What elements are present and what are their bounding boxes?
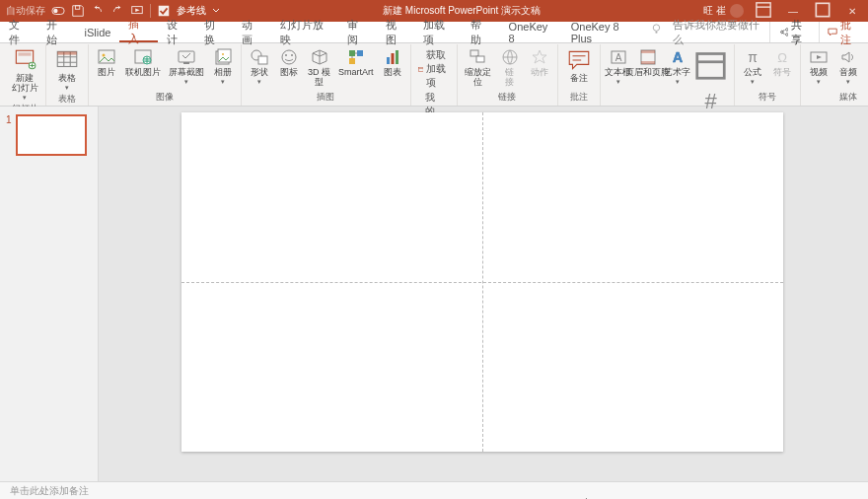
svg-rect-32 <box>396 50 398 64</box>
user-account[interactable]: 旺 崔 <box>703 4 744 18</box>
tab-help[interactable]: 帮助 <box>462 22 499 42</box>
svg-rect-33 <box>418 68 423 72</box>
ribbon-options-icon[interactable] <box>754 0 773 22</box>
save-icon[interactable] <box>71 4 85 18</box>
tab-view[interactable]: 视图 <box>377 22 414 42</box>
undo-icon[interactable] <box>91 4 105 18</box>
link-button[interactable]: 链 接 <box>496 46 524 89</box>
ribbon: 新建 幻灯片 ▾ 幻灯片 表格 ▾ 表格 图片 联机图片 <box>0 43 868 107</box>
shapes-label: 形状 <box>251 68 268 78</box>
svg-text:π: π <box>748 49 758 65</box>
audio-icon <box>838 47 858 67</box>
group-illustrations-label: 插图 <box>317 90 334 106</box>
header-footer-button[interactable]: 页眉和页脚 <box>634 46 662 79</box>
3d-models-button[interactable]: 3D 模 型 <box>305 46 333 89</box>
tab-file[interactable]: 文件 <box>0 22 37 42</box>
thumbnail-slide-1[interactable]: 1 <box>6 114 92 156</box>
close-icon[interactable]: ✕ <box>842 6 862 17</box>
svg-point-14 <box>103 54 106 57</box>
header-footer-icon <box>638 47 658 67</box>
audio-label: 音频 <box>839 68 857 78</box>
tab-addins[interactable]: 加载项 <box>414 22 462 42</box>
get-addins-button[interactable]: 获取加载项 <box>418 48 450 90</box>
tab-slideshow[interactable]: 幻灯片放映 <box>271 22 339 42</box>
avatar-icon <box>730 4 744 18</box>
action-label: 动作 <box>531 68 548 78</box>
checkbox-icon[interactable] <box>157 4 171 18</box>
svg-rect-6 <box>816 3 829 16</box>
svg-point-24 <box>282 50 296 64</box>
online-picture-icon <box>133 47 153 67</box>
tab-onekey8[interactable]: OneKey 8 <box>500 22 562 42</box>
album-label: 相册 <box>214 68 232 78</box>
equation-button[interactable]: π 公式 ▾ <box>739 46 766 86</box>
icons-button[interactable]: 图标 <box>275 46 303 79</box>
chart-label: 图表 <box>384 68 401 78</box>
notes-toggle[interactable]: 备注 <box>559 496 594 500</box>
comment-button[interactable]: 备注 <box>562 46 596 85</box>
references-label[interactable]: 参考线 <box>177 4 206 18</box>
group-tables-label: 表格 <box>58 92 76 107</box>
notes-pane[interactable]: 单击此处添加备注 <box>0 481 868 499</box>
equation-label: 公式 <box>744 68 761 78</box>
screen-recording-button[interactable]: 屏幕 录制 <box>864 46 868 89</box>
work-area: 1 <box>0 107 868 481</box>
picture-button[interactable]: 图片 <box>93 46 120 79</box>
start-slideshow-icon[interactable] <box>130 4 144 18</box>
svg-point-7 <box>654 25 660 31</box>
smartart-icon <box>346 47 366 67</box>
autosave-label: 自动保存 <box>6 4 45 18</box>
group-links-label: 链接 <box>498 90 516 106</box>
new-slide-button[interactable]: 新建 幻灯片 ▾ <box>8 46 41 102</box>
audio-button[interactable]: 音频 ▾ <box>834 46 862 86</box>
maximize-icon[interactable] <box>813 0 832 22</box>
tab-transitions[interactable]: 切换 <box>195 22 233 42</box>
comments-button[interactable]: 批注 <box>819 22 868 42</box>
svg-rect-9 <box>19 52 32 55</box>
zoom-button[interactable]: 缩放定 位 <box>462 46 494 89</box>
album-button[interactable]: 相册 ▾ <box>209 46 237 86</box>
slide[interactable] <box>181 112 783 452</box>
action-button[interactable]: 动作 <box>526 46 553 79</box>
tab-insert[interactable]: 插入 <box>119 22 157 42</box>
tab-animations[interactable]: 动画 <box>233 22 270 42</box>
screenshot-button[interactable]: 屏幕截图 ▾ <box>166 46 207 86</box>
tab-islide[interactable]: iSlide <box>76 22 120 42</box>
smartart-label: SmartArt <box>338 68 374 78</box>
thumbnail-preview[interactable] <box>16 114 87 156</box>
slide-canvas-area[interactable] <box>99 107 868 481</box>
group-comments-label: 批注 <box>570 90 588 106</box>
group-symbols: π 公式 ▾ Ω 符号 符号 <box>735 44 801 106</box>
group-images-label: 图像 <box>156 90 174 106</box>
online-picture-button[interactable]: 联机图片 <box>122 46 164 79</box>
smartart-button[interactable]: SmartArt <box>335 46 377 79</box>
tab-onekey8plus[interactable]: OneKey 8 Plus <box>562 22 647 42</box>
new-slide-label: 新建 幻灯片 <box>12 74 38 94</box>
date-icon[interactable] <box>694 48 727 83</box>
textbox-button[interactable]: A 文本框 ▾ <box>605 46 632 86</box>
group-slides: 新建 幻灯片 ▾ 幻灯片 <box>4 44 46 106</box>
video-button[interactable]: 视频 ▾ <box>805 46 832 86</box>
video-icon <box>809 47 829 67</box>
chevron-down-icon: ▾ <box>846 78 850 85</box>
horizontal-guide[interactable] <box>181 282 783 283</box>
shapes-button[interactable]: 形状 ▾ <box>246 46 273 86</box>
dropdown-icon[interactable] <box>212 4 220 18</box>
tell-me-search[interactable]: 告诉我你想要做什么 <box>667 22 768 42</box>
redo-icon[interactable] <box>110 4 124 18</box>
cube-icon <box>310 47 329 67</box>
svg-point-25 <box>285 54 287 56</box>
online-picture-label: 联机图片 <box>125 68 161 78</box>
slide-thumbnails-panel[interactable]: 1 <box>0 107 99 481</box>
tab-design[interactable]: 设计 <box>158 22 195 42</box>
share-button[interactable]: 共享 <box>769 22 819 42</box>
minimize-icon[interactable]: — <box>783 6 803 17</box>
zoom-nav-icon <box>468 47 487 67</box>
table-button[interactable]: 表格 ▾ <box>50 46 84 92</box>
autosave-toggle-icon[interactable] <box>51 4 65 18</box>
wordart-button[interactable]: A 艺术字 ▾ <box>664 46 691 86</box>
tab-home[interactable]: 开始 <box>37 22 75 42</box>
symbol-button[interactable]: Ω 符号 <box>768 46 796 79</box>
tab-review[interactable]: 审阅 <box>338 22 376 42</box>
chart-button[interactable]: 图表 <box>379 46 406 79</box>
